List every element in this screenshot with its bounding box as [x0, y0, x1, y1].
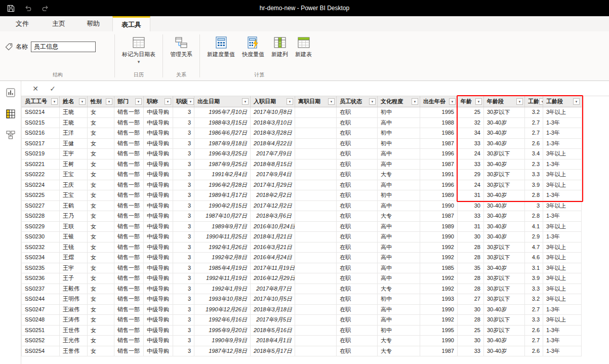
column-header-7[interactable]: 入职日期▼ — [251, 96, 295, 107]
cell[interactable]: 31 — [458, 190, 484, 200]
manage-relations-button[interactable]: 管理关系 — [167, 34, 195, 58]
cell[interactable]: 销售一部 — [114, 201, 144, 211]
cell[interactable]: 王宇 — [60, 263, 88, 273]
cell[interactable]: 中级导购 — [144, 326, 173, 336]
cell[interactable]: 初中 — [378, 326, 420, 336]
cell[interactable]: SS0252 — [22, 336, 60, 346]
table-row[interactable]: SS0251王世伟女销售一部中级导购31995年9月20日2018年5月16日在… — [22, 326, 582, 336]
cell[interactable]: 30-40岁 — [484, 118, 525, 128]
cell[interactable]: 王乃 — [60, 211, 88, 221]
cell[interactable]: 1-3年 — [543, 336, 582, 346]
cell[interactable]: 中级导购 — [144, 284, 173, 294]
cell[interactable]: 1990 — [420, 336, 458, 346]
cell[interactable]: 高中 — [378, 149, 420, 159]
cell[interactable]: 销售一部 — [114, 273, 144, 284]
cell[interactable]: SS0214 — [22, 107, 60, 117]
cell[interactable]: 女 — [88, 211, 114, 221]
cell[interactable]: 3.3 — [525, 315, 543, 325]
cell[interactable]: 1988 — [420, 118, 458, 128]
cell[interactable]: 销售一部 — [114, 336, 144, 346]
cell[interactable]: 2.9 — [525, 232, 543, 242]
cell[interactable]: 3 — [173, 305, 194, 315]
cell[interactable]: 2016年3月21日 — [251, 242, 295, 253]
cell[interactable]: 3年以上 — [543, 315, 582, 325]
cell[interactable]: 3 — [173, 263, 194, 273]
column-header-13[interactable]: 年龄段▼ — [484, 96, 525, 107]
cell[interactable]: 女 — [88, 294, 114, 304]
cell[interactable]: 3.1 — [525, 263, 543, 273]
table-row[interactable]: SS0219王宇女销售一部中级导购31996年3月25日2017年7月9日在职高… — [22, 149, 582, 159]
cell[interactable]: 在职 — [337, 107, 378, 117]
cell[interactable]: 王子 — [60, 273, 88, 284]
cell[interactable]: 1989年1月17日 — [194, 190, 251, 200]
cell[interactable]: 2.6 — [525, 139, 543, 149]
cell[interactable]: 在职 — [337, 315, 378, 325]
cell[interactable]: 2.7 — [525, 128, 543, 138]
cell[interactable]: 3年以上 — [543, 149, 582, 159]
cell[interactable]: 初中 — [378, 294, 420, 304]
cell[interactable]: 女 — [88, 336, 114, 346]
cell[interactable]: 销售一部 — [114, 107, 144, 117]
cell[interactable]: SS0216 — [22, 128, 60, 138]
cell[interactable]: 女 — [88, 139, 114, 149]
cell[interactable]: 3.9 — [525, 180, 543, 190]
cell[interactable]: 王锐 — [60, 242, 88, 253]
cell[interactable]: 1989年9月7日 — [194, 222, 251, 232]
cell[interactable]: 3 — [173, 159, 194, 170]
cell[interactable]: 3 — [173, 190, 194, 200]
cell[interactable]: 在职 — [337, 346, 378, 356]
cell[interactable]: 1990 — [420, 232, 458, 242]
cell[interactable]: 28 — [458, 242, 484, 253]
cell[interactable]: 女 — [88, 284, 114, 294]
cell[interactable]: 高中 — [378, 180, 420, 190]
cell[interactable]: 2.8 — [525, 190, 543, 200]
cell[interactable]: 在职 — [337, 273, 378, 284]
cell[interactable]: 2.6 — [525, 346, 543, 356]
cell[interactable] — [295, 232, 337, 242]
cell[interactable]: 在职 — [337, 222, 378, 232]
cell[interactable]: 30-40岁 — [484, 128, 525, 138]
cell[interactable]: 3.3 — [525, 284, 543, 294]
cell[interactable]: 大专 — [378, 346, 420, 356]
cell[interactable]: SS0217 — [22, 139, 60, 149]
cell[interactable]: 30-40岁 — [484, 139, 525, 149]
cell[interactable]: 1990 — [420, 201, 458, 211]
cell[interactable]: 在职 — [337, 170, 378, 180]
cell[interactable]: 女 — [88, 180, 114, 190]
cell[interactable] — [295, 107, 337, 117]
cell[interactable]: 1992 — [420, 315, 458, 325]
cell[interactable]: 30岁以下 — [484, 284, 525, 294]
cell[interactable]: 王誉伟 — [60, 346, 88, 356]
cell[interactable]: 30岁以下 — [484, 180, 525, 190]
cell[interactable]: 王宇 — [60, 149, 88, 159]
cell[interactable]: 王健 — [60, 139, 88, 149]
cell[interactable]: 女 — [88, 315, 114, 325]
cell[interactable]: 3 — [173, 180, 194, 190]
column-filter-dropdown[interactable]: ▼ — [51, 98, 58, 105]
cell[interactable]: 销售一部 — [114, 294, 144, 304]
column-filter-dropdown[interactable]: ▼ — [242, 98, 249, 105]
column-header-11[interactable]: 出生年份▼ — [420, 96, 458, 107]
cell[interactable]: 2018年3月6日 — [251, 211, 295, 221]
chevron-down-icon[interactable]: ▾ — [138, 60, 140, 64]
cell[interactable]: 30-40岁 — [484, 232, 525, 242]
cell[interactable] — [295, 170, 337, 180]
cell[interactable]: 销售一部 — [114, 232, 144, 242]
cell[interactable]: 1992年11月19日 — [194, 273, 251, 284]
cell[interactable]: 1-3年 — [543, 326, 582, 336]
cell[interactable]: 4.7 — [525, 242, 543, 253]
cell[interactable]: SS0225 — [22, 190, 60, 200]
cell[interactable]: 销售一部 — [114, 180, 144, 190]
cell[interactable]: 30岁以下 — [484, 253, 525, 263]
table-row[interactable]: SS0232王锐女销售一部中级导购31992年1月26日2016年3月21日在职… — [22, 242, 582, 253]
cell[interactable]: 中级导购 — [144, 242, 173, 253]
cell[interactable]: 高中 — [378, 201, 420, 211]
cell[interactable]: SS0230 — [22, 232, 60, 242]
cell[interactable]: 初中 — [378, 107, 420, 117]
cell[interactable]: 30岁以下 — [484, 315, 525, 325]
cell[interactable]: 销售一部 — [114, 346, 144, 356]
cell[interactable]: 2.8 — [525, 211, 543, 221]
cell[interactable]: 35 — [458, 263, 484, 273]
cell[interactable]: 3 — [173, 346, 194, 356]
cell[interactable]: 1992年6月16日 — [194, 315, 251, 325]
